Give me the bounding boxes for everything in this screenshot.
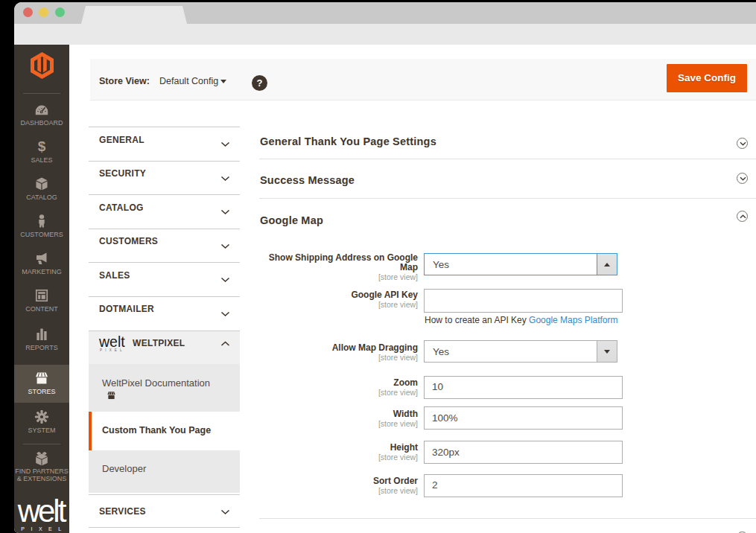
svg-text:$: $ [38,139,46,154]
